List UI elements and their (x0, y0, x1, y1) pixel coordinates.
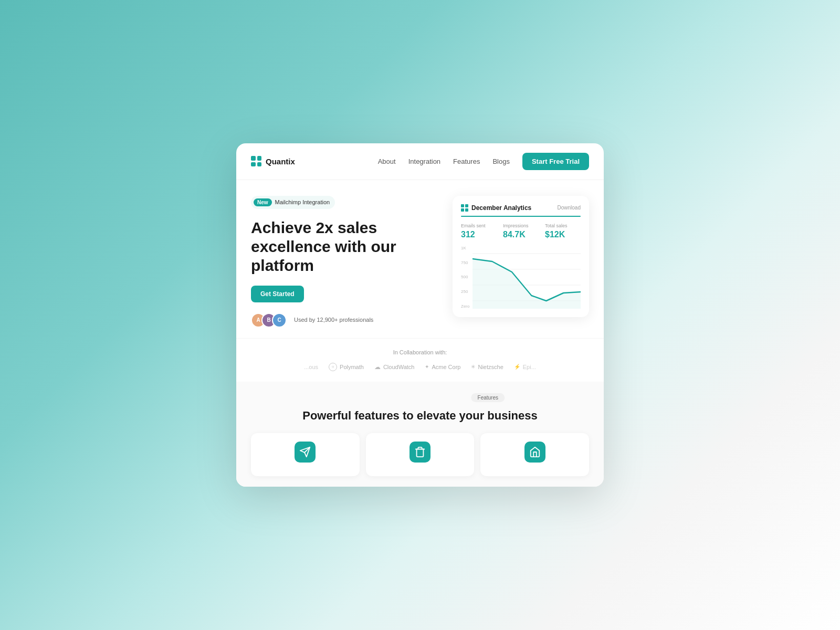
partner-polymath-label: Polymath (340, 364, 364, 370)
feature-card-email (251, 433, 360, 476)
badge-text: Mailchimp Integration (275, 199, 330, 205)
analytics-title: December Analytics (471, 204, 531, 212)
chart-y-labels: 1K 750 500 250 Zero (461, 246, 471, 309)
analytics-title-row: December Analytics (461, 204, 531, 212)
logo-icon (251, 156, 261, 166)
svg-marker-4 (472, 259, 581, 309)
analytics-download[interactable]: Download (558, 205, 581, 211)
nav-link-integration[interactable]: Integration (408, 158, 440, 165)
brand-name: Quantix (266, 157, 295, 166)
stat-label-emails: Emails sent (461, 223, 497, 228)
partner-nietzsche: ✳ Nietzsche (471, 364, 503, 370)
partner-epic: ⚡ Epi... (514, 364, 536, 370)
partner-epic-label: Epi... (523, 364, 536, 370)
analytics-header: December Analytics Download (461, 204, 581, 212)
features-title: Powerful features to elevate your busine… (251, 408, 589, 423)
hero-left: New Mailchimp Integration Achieve 2x sal… (251, 196, 442, 328)
collaboration-section: In Collaboration with: ...ous ○ Polymath… (236, 338, 604, 382)
page-card: Quantix About Integration Features Blogs… (236, 143, 604, 487)
chart-label-750: 750 (461, 260, 469, 265)
analytics-card: December Analytics Download Emails sent … (453, 196, 589, 317)
stat-value-impressions: 84.7K (503, 230, 539, 239)
partner-nietzsche-label: Nietzsche (478, 364, 503, 370)
features-badge: Features (471, 393, 505, 402)
stat-value-sales: $12K (545, 230, 581, 239)
acmecorp-icon: ✦ (425, 364, 429, 370)
collab-title: In Collaboration with: (251, 349, 589, 355)
analytics-logo-icon (461, 204, 468, 212)
nav-links: About Integration Features Blogs Start F… (378, 153, 589, 170)
hero-section: New Mailchimp Integration Achieve 2x sal… (236, 180, 604, 338)
partner-acmecorp: ✦ Acme Corp (425, 364, 460, 370)
avatar-3: C (272, 313, 287, 328)
chart-label-1k: 1K (461, 246, 469, 250)
cloudwatch-icon: ☁ (374, 363, 381, 371)
avatars: A B C (251, 313, 282, 328)
feature-icon-email (295, 442, 316, 463)
chart-label-250: 250 (461, 289, 469, 294)
partner-cloudwatch-label: CloudWatch (383, 364, 415, 370)
feature-card-home (480, 433, 589, 476)
features-section: Features Powerful features to elevate yo… (236, 382, 604, 487)
partner-ious-label: ...ous (304, 364, 318, 370)
feature-icon-manage (410, 442, 430, 463)
badge-new-label: New (254, 198, 272, 206)
start-free-trial-button[interactable]: Start Free Trial (522, 153, 589, 170)
nietzsche-icon: ✳ (471, 364, 475, 370)
logo: Quantix (251, 156, 295, 166)
badge: New Mailchimp Integration (251, 196, 335, 209)
navbar: Quantix About Integration Features Blogs… (236, 143, 604, 180)
partner-ious: ...ous (304, 364, 318, 370)
nav-link-about[interactable]: About (378, 158, 396, 165)
polymath-icon: ○ (329, 363, 337, 371)
get-started-button[interactable]: Get Started (251, 286, 304, 302)
chart-label-500: 500 (461, 275, 469, 279)
chart-label-zero: Zero (461, 304, 469, 309)
stat-value-emails: 312 (461, 230, 497, 239)
analytics-divider (461, 216, 581, 217)
stat-label-impressions: Impressions (503, 223, 539, 228)
stat-total-sales: Total sales $12K (545, 223, 581, 239)
stat-emails-sent: Emails sent 312 (461, 223, 497, 239)
users-social: A B C Used by 12,900+ professionals (251, 313, 442, 328)
epic-icon: ⚡ (514, 364, 520, 370)
partner-acmecorp-label: Acme Corp (432, 364, 460, 370)
feature-icon-home (524, 442, 545, 463)
partner-polymath: ○ Polymath (329, 363, 364, 371)
nav-link-features[interactable]: Features (453, 158, 480, 165)
social-proof-text: Used by 12,900+ professionals (288, 316, 373, 324)
analytics-stats: Emails sent 312 Impressions 84.7K Total … (461, 223, 581, 239)
partner-cloudwatch: ☁ CloudWatch (374, 363, 415, 371)
analytics-chart: 1K 750 500 250 Zero (461, 246, 581, 309)
stat-impressions: Impressions 84.7K (503, 223, 539, 239)
hero-title: Achieve 2x sales excellence with our pla… (251, 218, 442, 275)
stat-label-sales: Total sales (545, 223, 581, 228)
chart-svg-wrapper (472, 246, 581, 309)
features-cards (251, 433, 589, 476)
nav-link-blogs[interactable]: Blogs (492, 158, 510, 165)
feature-card-manage (366, 433, 475, 476)
collab-logos: ...ous ○ Polymath ☁ CloudWatch ✦ Acme Co… (251, 363, 589, 371)
